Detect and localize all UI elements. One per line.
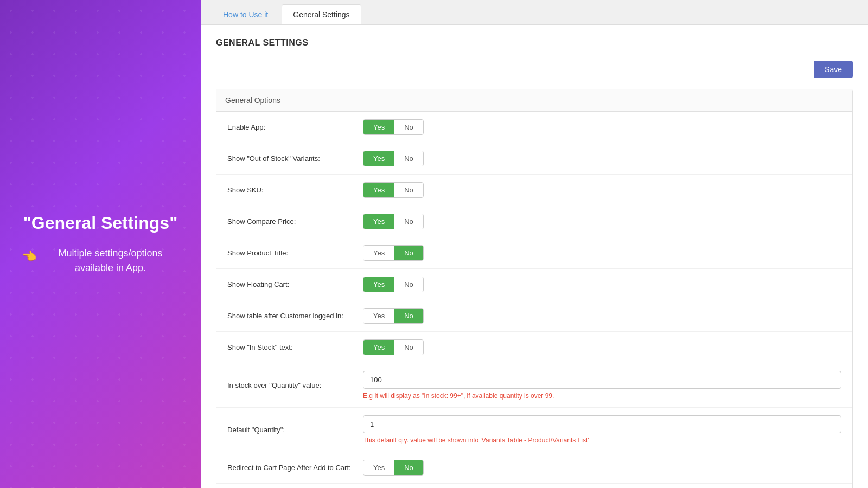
label-floating-cart: Show Floating Cart: xyxy=(227,280,363,288)
pointing-icon: 👈 xyxy=(22,247,36,265)
toggle-floating-cart: Yes No xyxy=(363,277,424,292)
toggle-compare-price-yes[interactable]: Yes xyxy=(363,214,394,229)
setting-row-in-stock-text: Show "In Stock" text: Yes No xyxy=(216,332,852,363)
toggle-in-stock-text-no[interactable]: No xyxy=(394,340,423,355)
label-product-title: Show Product Title: xyxy=(227,249,363,257)
toggle-redirect-cart-yes[interactable]: Yes xyxy=(363,460,394,475)
control-quantity-value: E.g It will display as "In stock: 99+", … xyxy=(363,371,841,400)
control-floating-cart: Yes No xyxy=(363,277,841,292)
label-enable-app: Enable App: xyxy=(227,123,363,131)
setting-row-customer-logged-in: Show table after Customer logged in: Yes… xyxy=(216,300,852,332)
label-out-of-stock: Show "Out of Stock" Variants: xyxy=(227,155,363,163)
general-options-section: General Options Enable App: Yes No Show … xyxy=(216,89,853,488)
setting-row-out-of-stock: Show "Out of Stock" Variants: Yes No xyxy=(216,143,852,175)
control-compare-price: Yes No xyxy=(363,214,841,229)
toggle-compare-price: Yes No xyxy=(363,214,424,229)
toggle-sku-yes[interactable]: Yes xyxy=(363,183,394,197)
control-in-stock-text: Yes No xyxy=(363,339,841,355)
toggle-floating-cart-no[interactable]: No xyxy=(394,277,423,292)
save-btn-row: Save xyxy=(216,61,853,78)
toggle-product-title-yes[interactable]: Yes xyxy=(363,246,394,260)
setting-row-enable-app: Enable App: Yes No xyxy=(216,112,852,143)
label-in-stock-text: Show "In Stock" text: xyxy=(227,343,363,351)
label-customer-logged-in: Show table after Customer logged in: xyxy=(227,312,363,320)
toggle-sku: Yes No xyxy=(363,182,424,198)
main-panel: How to Use it General Settings GENERAL S… xyxy=(201,0,868,488)
default-quantity-hint: This default qty. value will be shown in… xyxy=(363,436,841,444)
toggle-out-of-stock-yes[interactable]: Yes xyxy=(363,151,394,166)
control-customer-logged-in: Yes No xyxy=(363,308,841,324)
tab-bar: How to Use it General Settings xyxy=(201,0,868,25)
setting-row-redirect-cart: Redirect to Cart Page After Add to Cart:… xyxy=(216,452,852,484)
toggle-enable-app: Yes No xyxy=(363,119,424,135)
setting-row-quantity-value: In stock over "Quantity" value: E.g It w… xyxy=(216,363,852,408)
control-product-title: Yes No xyxy=(363,245,841,261)
toggle-out-of-stock-no[interactable]: No xyxy=(394,151,423,166)
label-sku: Show SKU: xyxy=(227,186,363,194)
control-default-quantity: This default qty. value will be shown in… xyxy=(363,415,841,444)
sidebar-content: "General Settings" 👈 Multiple settings/o… xyxy=(0,191,201,297)
label-compare-price: Show Compare Price: xyxy=(227,217,363,226)
toggle-redirect-cart: Yes No xyxy=(363,460,424,476)
toggle-redirect-cart-no[interactable]: No xyxy=(394,460,423,475)
control-out-of-stock: Yes No xyxy=(363,151,841,166)
toggle-out-of-stock: Yes No xyxy=(363,151,424,166)
setting-row-sku: Show SKU: Yes No xyxy=(216,175,852,206)
save-button[interactable]: Save xyxy=(814,61,853,78)
toggle-sku-no[interactable]: No xyxy=(394,183,423,197)
sidebar-description: 👈 Multiple settings/options available in… xyxy=(22,246,179,275)
toggle-enable-app-no[interactable]: No xyxy=(394,120,423,134)
sidebar-desc-text: Multiple settings/options available in A… xyxy=(42,246,179,275)
label-redirect-cart: Redirect to Cart Page After Add to Cart: xyxy=(227,464,363,472)
tab-general-settings[interactable]: General Settings xyxy=(282,4,361,24)
control-sku: Yes No xyxy=(363,182,841,198)
quantity-value-hint: E.g It will display as "In stock: 99+", … xyxy=(363,392,841,400)
setting-row-compare-price: Show Compare Price: Yes No xyxy=(216,206,852,237)
default-quantity-input[interactable] xyxy=(363,415,841,433)
quantity-value-input[interactable] xyxy=(363,371,841,389)
sidebar-title: "General Settings" xyxy=(22,213,179,233)
setting-row-product-title: Show Product Title: Yes No xyxy=(216,237,852,269)
toggle-in-stock-text-yes[interactable]: Yes xyxy=(363,340,394,355)
toggle-product-title: Yes No xyxy=(363,245,424,261)
toggle-in-stock-text: Yes No xyxy=(363,339,424,355)
sidebar: "General Settings" 👈 Multiple settings/o… xyxy=(0,0,201,488)
toggle-customer-logged-in-yes[interactable]: Yes xyxy=(363,309,394,323)
toggle-floating-cart-yes[interactable]: Yes xyxy=(363,277,394,292)
page-title: GENERAL SETTINGS xyxy=(216,38,853,48)
toggle-compare-price-no[interactable]: No xyxy=(394,214,423,229)
section-header: General Options xyxy=(216,89,852,112)
setting-row-variant-images: Show Variant Images in Table: Yes No xyxy=(216,484,852,488)
tab-how-to-use[interactable]: How to Use it xyxy=(212,4,279,24)
control-enable-app: Yes No xyxy=(363,119,841,135)
label-quantity-value: In stock over "Quantity" value: xyxy=(227,381,363,389)
toggle-customer-logged-in-no[interactable]: No xyxy=(394,309,423,323)
toggle-enable-app-yes[interactable]: Yes xyxy=(363,120,394,134)
label-default-quantity: Default "Quantity": xyxy=(227,426,363,434)
toggle-product-title-no[interactable]: No xyxy=(394,246,423,260)
toggle-customer-logged-in: Yes No xyxy=(363,308,424,324)
control-redirect-cart: Yes No xyxy=(363,460,841,476)
content-area: GENERAL SETTINGS Save General Options En… xyxy=(201,25,868,488)
setting-row-floating-cart: Show Floating Cart: Yes No xyxy=(216,269,852,300)
setting-row-default-quantity: Default "Quantity": This default qty. va… xyxy=(216,408,852,452)
